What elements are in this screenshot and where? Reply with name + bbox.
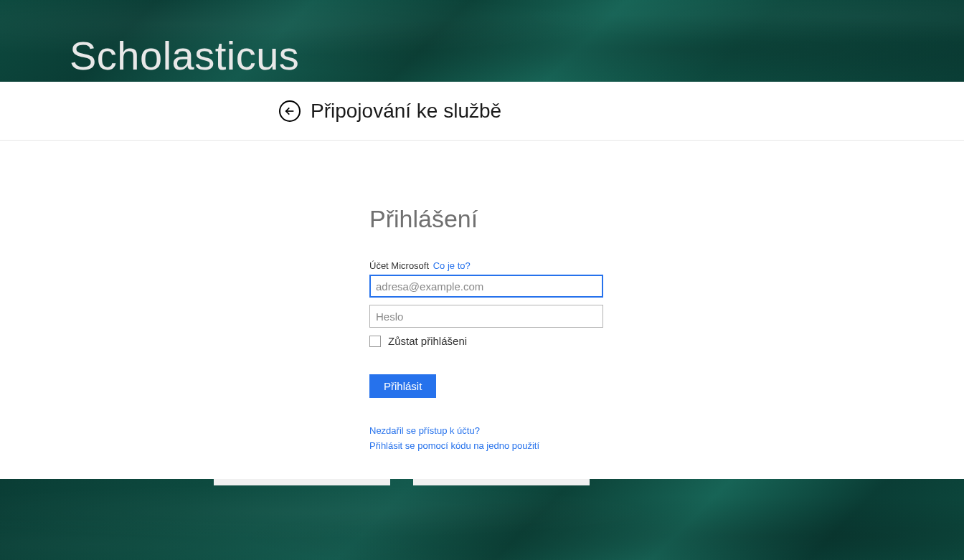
stay-signed-in-checkbox[interactable] <box>369 336 381 347</box>
login-form-area: Přihlášení Účet Microsoft Co je to? Zůst… <box>0 141 964 479</box>
footer-placeholder-box <box>214 479 390 485</box>
email-input[interactable] <box>369 275 603 298</box>
account-label-row: Účet Microsoft Co je to? <box>369 260 964 271</box>
account-label: Účet Microsoft <box>369 260 429 271</box>
bottom-banner <box>0 479 964 560</box>
app-title: Scholasticus <box>70 36 299 76</box>
what-is-this-link[interactable]: Co je to? <box>433 260 471 271</box>
stay-signed-in-label[interactable]: Zůstat přihlášeni <box>388 335 467 347</box>
subheader: Připojování ke službě <box>0 82 964 141</box>
cant-access-account-link[interactable]: Nezdařil se přístup k účtu? <box>369 425 964 436</box>
login-title: Přihlášení <box>369 205 964 233</box>
top-banner: Scholasticus <box>0 0 964 82</box>
subheader-title: Připojování ke službě <box>311 100 501 123</box>
back-button[interactable] <box>279 100 301 122</box>
signin-button[interactable]: Přihlásit <box>369 374 436 398</box>
password-input[interactable] <box>369 305 603 328</box>
single-use-code-link[interactable]: Přihlásit se pomocí kódu na jedno použit… <box>369 440 964 451</box>
footer-placeholder-box <box>413 479 590 485</box>
back-arrow-icon <box>284 105 296 117</box>
stay-signed-in-row: Zůstat přihlášeni <box>369 335 964 347</box>
